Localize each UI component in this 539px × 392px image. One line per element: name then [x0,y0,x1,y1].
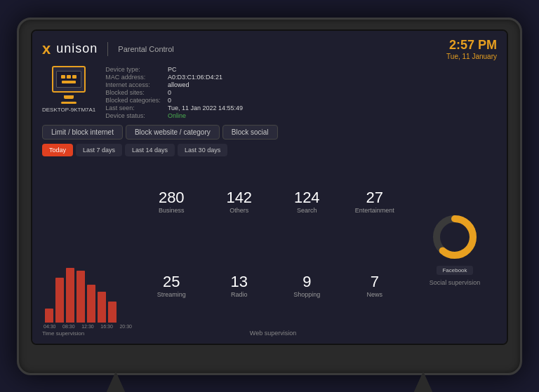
social-section: Facebook Social supervision [413,162,497,337]
web-supervision-title: Web supervision [139,330,407,337]
stat-number: 280 [159,190,185,205]
header: x unison Parental Control 2:57 PM Tue, 1… [42,38,497,60]
chart-label: 04:30 [44,324,56,329]
tab-block-website[interactable]: Block website / category [126,125,220,140]
stat-cell: 280Business [139,162,204,243]
stat-cell: 124Search [274,162,340,243]
device-section: DESKTOP-9KTM7A1 Device type: PC MAC addr… [42,66,497,119]
tv-screen: x unison Parental Control 2:57 PM Tue, 1… [31,29,508,345]
time-filter-row: Today Last 7 days Last 14 days Last 30 d… [42,144,497,156]
stat-label: Entertainment [355,207,394,214]
social-blocked-item: Facebook [437,266,472,275]
tab-block-social[interactable]: Block social [222,125,278,140]
device-icon: DESKTOP-9KTM7A1 [42,66,95,113]
device-status-label: Device status: [105,112,161,119]
stat-label: Shopping [293,291,320,298]
main-content: 04:3008:3012:3016:3020:30 Time supervisi… [42,162,497,337]
chart-label: 20:30 [119,324,132,329]
internet-value: allowed [168,81,243,88]
stat-label: Radio [231,291,248,298]
logo-name: unison [56,41,98,56]
stat-number: 142 [226,190,252,205]
chart-bar [76,271,85,322]
tv-stand-right [394,372,436,393]
stat-label: Search [297,207,317,214]
chart-label: 08:30 [62,324,75,329]
stat-label: Streaming [157,291,186,298]
chart-title: Time supervision [42,330,133,337]
stat-number: 9 [302,274,311,290]
stat-cell: 7News [342,245,408,327]
chart-bar [108,302,117,322]
stat-number: 13 [231,274,248,290]
social-supervision-title: Social supervision [430,279,481,286]
tv-frame: x unison Parental Control 2:57 PM Tue, 1… [17,18,522,375]
chart-label: 16:30 [100,324,113,329]
chart-section: 04:3008:3012:3016:3020:30 Time supervisi… [42,162,133,337]
blocked-sites-label: Blocked sites: [105,89,161,96]
time-btn-14days[interactable]: Last 14 days [125,144,175,156]
last-seen-label: Last seen: [105,104,161,111]
stat-number: 124 [294,190,320,205]
screen-content: x unison Parental Control 2:57 PM Tue, 1… [32,31,507,344]
stat-cell: 13Radio [207,245,272,327]
stat-cell: 27Entertainment [342,162,408,243]
clock-time: 2:57 PM [446,38,497,53]
chart-labels: 04:3008:3012:3016:3020:30 [42,324,133,329]
monitor-icon [52,66,86,93]
time-btn-today[interactable]: Today [42,144,73,156]
stat-cell: 9Shopping [274,245,340,327]
stat-number: 27 [366,190,383,205]
device-type-label: Device type: [105,66,161,73]
donut-container [430,212,479,262]
blocked-sites-value: 0 [168,89,243,96]
donut-chart [430,212,479,262]
chart-label: 12:30 [81,324,94,329]
device-info-grid: Device type: PC MAC address: A0:D3:C1:06… [105,66,243,119]
time-btn-7days[interactable]: Last 7 days [76,144,122,156]
clock-section: 2:57 PM Tue, 11 January [446,38,497,60]
parental-control-label: Parental Control [118,45,174,53]
chart-bar [45,309,53,323]
time-btn-30days[interactable]: Last 30 days [178,144,227,156]
chart-bar [87,285,95,323]
stats-grid: 280Business142Others124Search27Entertain… [139,162,407,327]
tab-limit-block[interactable]: Limit / block internet [42,125,123,140]
mac-value: A0:D3:C1:06:D4:21 [168,74,243,81]
chart-bars [42,266,133,323]
chart-bar [98,292,106,323]
stat-label: News [366,291,382,298]
mac-label: MAC address: [105,74,161,81]
clock-date: Tue, 11 January [446,53,497,60]
tabs-row: Limit / block internet Block website / c… [42,125,497,140]
internet-label: Internet access: [105,81,161,88]
logo-x-letter: x [42,40,51,58]
stat-number: 7 [371,274,379,290]
blocked-cat-label: Blocked categories: [105,97,161,104]
stat-cell: 142Others [207,162,272,243]
last-seen-value: Tue, 11 Jan 2022 14:55:49 [168,104,243,111]
logo-divider [107,42,108,56]
blocked-cat-value: 0 [168,97,243,104]
tv-stand-left [103,372,145,393]
stat-label: Others [229,207,248,214]
logo-section: x unison Parental Control [42,40,174,58]
stat-label: Business [159,207,185,214]
device-type-value: PC [168,66,243,73]
stat-cell: 25Streaming [139,245,204,327]
chart-bar [55,278,64,322]
web-supervision: 280Business142Others124Search27Entertain… [139,162,407,337]
stat-number: 25 [163,274,180,290]
device-status-value: Online [168,112,243,119]
chart-bar [66,268,74,323]
device-name: DESKTOP-9KTM7A1 [42,107,95,113]
